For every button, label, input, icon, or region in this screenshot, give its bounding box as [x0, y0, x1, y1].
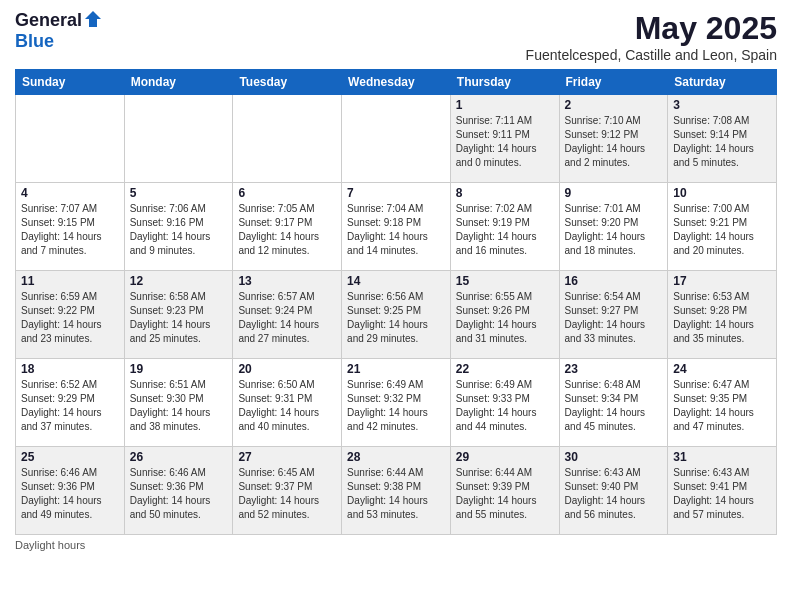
day-number: 12: [130, 274, 228, 288]
calendar-cell: 13Sunrise: 6:57 AM Sunset: 9:24 PM Dayli…: [233, 271, 342, 359]
calendar-cell: 15Sunrise: 6:55 AM Sunset: 9:26 PM Dayli…: [450, 271, 559, 359]
calendar-cell: 4Sunrise: 7:07 AM Sunset: 9:15 PM Daylig…: [16, 183, 125, 271]
calendar-cell: 6Sunrise: 7:05 AM Sunset: 9:17 PM Daylig…: [233, 183, 342, 271]
calendar-cell: 26Sunrise: 6:46 AM Sunset: 9:36 PM Dayli…: [124, 447, 233, 535]
day-number: 28: [347, 450, 445, 464]
calendar-cell: 11Sunrise: 6:59 AM Sunset: 9:22 PM Dayli…: [16, 271, 125, 359]
calendar-cell: 25Sunrise: 6:46 AM Sunset: 9:36 PM Dayli…: [16, 447, 125, 535]
logo-icon: [83, 9, 103, 29]
day-number: 15: [456, 274, 554, 288]
calendar-cell: 14Sunrise: 6:56 AM Sunset: 9:25 PM Dayli…: [342, 271, 451, 359]
calendar-header-thursday: Thursday: [450, 70, 559, 95]
day-number: 23: [565, 362, 663, 376]
day-number: 5: [130, 186, 228, 200]
day-number: 8: [456, 186, 554, 200]
calendar-cell: 12Sunrise: 6:58 AM Sunset: 9:23 PM Dayli…: [124, 271, 233, 359]
calendar-cell: 29Sunrise: 6:44 AM Sunset: 9:39 PM Dayli…: [450, 447, 559, 535]
calendar-header-saturday: Saturday: [668, 70, 777, 95]
calendar-cell: 2Sunrise: 7:10 AM Sunset: 9:12 PM Daylig…: [559, 95, 668, 183]
day-info: Sunrise: 7:06 AM Sunset: 9:16 PM Dayligh…: [130, 202, 228, 258]
day-number: 30: [565, 450, 663, 464]
day-info: Sunrise: 6:47 AM Sunset: 9:35 PM Dayligh…: [673, 378, 771, 434]
day-info: Sunrise: 6:43 AM Sunset: 9:41 PM Dayligh…: [673, 466, 771, 522]
calendar-cell: 24Sunrise: 6:47 AM Sunset: 9:35 PM Dayli…: [668, 359, 777, 447]
day-info: Sunrise: 6:46 AM Sunset: 9:36 PM Dayligh…: [21, 466, 119, 522]
calendar-cell: 16Sunrise: 6:54 AM Sunset: 9:27 PM Dayli…: [559, 271, 668, 359]
calendar-cell: 28Sunrise: 6:44 AM Sunset: 9:38 PM Dayli…: [342, 447, 451, 535]
calendar-cell: 21Sunrise: 6:49 AM Sunset: 9:32 PM Dayli…: [342, 359, 451, 447]
calendar-cell: 1Sunrise: 7:11 AM Sunset: 9:11 PM Daylig…: [450, 95, 559, 183]
day-number: 3: [673, 98, 771, 112]
day-number: 19: [130, 362, 228, 376]
day-number: 7: [347, 186, 445, 200]
day-info: Sunrise: 7:04 AM Sunset: 9:18 PM Dayligh…: [347, 202, 445, 258]
day-number: 14: [347, 274, 445, 288]
day-info: Sunrise: 6:58 AM Sunset: 9:23 PM Dayligh…: [130, 290, 228, 346]
day-number: 10: [673, 186, 771, 200]
calendar-cell: [16, 95, 125, 183]
day-number: 22: [456, 362, 554, 376]
calendar-week-row: 11Sunrise: 6:59 AM Sunset: 9:22 PM Dayli…: [16, 271, 777, 359]
calendar-cell: [342, 95, 451, 183]
day-number: 2: [565, 98, 663, 112]
calendar-header-monday: Monday: [124, 70, 233, 95]
subtitle: Fuentelcesped, Castille and Leon, Spain: [526, 47, 777, 63]
calendar-header-wednesday: Wednesday: [342, 70, 451, 95]
day-info: Sunrise: 6:49 AM Sunset: 9:32 PM Dayligh…: [347, 378, 445, 434]
calendar-table: SundayMondayTuesdayWednesdayThursdayFrid…: [15, 69, 777, 535]
day-info: Sunrise: 6:46 AM Sunset: 9:36 PM Dayligh…: [130, 466, 228, 522]
day-number: 27: [238, 450, 336, 464]
day-number: 9: [565, 186, 663, 200]
logo-general-text: General: [15, 10, 82, 31]
calendar-cell: [233, 95, 342, 183]
day-info: Sunrise: 6:43 AM Sunset: 9:40 PM Dayligh…: [565, 466, 663, 522]
day-info: Sunrise: 6:44 AM Sunset: 9:38 PM Dayligh…: [347, 466, 445, 522]
day-info: Sunrise: 6:44 AM Sunset: 9:39 PM Dayligh…: [456, 466, 554, 522]
calendar-cell: 18Sunrise: 6:52 AM Sunset: 9:29 PM Dayli…: [16, 359, 125, 447]
calendar-cell: [124, 95, 233, 183]
day-number: 24: [673, 362, 771, 376]
page: General Blue May 2025 Fuentelcesped, Cas…: [0, 0, 792, 612]
calendar-cell: 22Sunrise: 6:49 AM Sunset: 9:33 PM Dayli…: [450, 359, 559, 447]
header: General Blue May 2025 Fuentelcesped, Cas…: [15, 10, 777, 63]
day-number: 4: [21, 186, 119, 200]
day-info: Sunrise: 6:53 AM Sunset: 9:28 PM Dayligh…: [673, 290, 771, 346]
day-info: Sunrise: 7:02 AM Sunset: 9:19 PM Dayligh…: [456, 202, 554, 258]
day-info: Sunrise: 7:11 AM Sunset: 9:11 PM Dayligh…: [456, 114, 554, 170]
calendar-week-row: 25Sunrise: 6:46 AM Sunset: 9:36 PM Dayli…: [16, 447, 777, 535]
calendar-cell: 5Sunrise: 7:06 AM Sunset: 9:16 PM Daylig…: [124, 183, 233, 271]
day-number: 25: [21, 450, 119, 464]
day-number: 20: [238, 362, 336, 376]
calendar-header-row: SundayMondayTuesdayWednesdayThursdayFrid…: [16, 70, 777, 95]
main-title: May 2025: [526, 10, 777, 47]
day-number: 18: [21, 362, 119, 376]
day-info: Sunrise: 7:01 AM Sunset: 9:20 PM Dayligh…: [565, 202, 663, 258]
day-info: Sunrise: 6:50 AM Sunset: 9:31 PM Dayligh…: [238, 378, 336, 434]
day-number: 21: [347, 362, 445, 376]
day-number: 16: [565, 274, 663, 288]
logo: General Blue: [15, 10, 103, 52]
day-info: Sunrise: 7:10 AM Sunset: 9:12 PM Dayligh…: [565, 114, 663, 170]
day-number: 6: [238, 186, 336, 200]
title-block: May 2025 Fuentelcesped, Castille and Leo…: [526, 10, 777, 63]
day-number: 17: [673, 274, 771, 288]
calendar-header-sunday: Sunday: [16, 70, 125, 95]
day-info: Sunrise: 6:55 AM Sunset: 9:26 PM Dayligh…: [456, 290, 554, 346]
day-info: Sunrise: 6:51 AM Sunset: 9:30 PM Dayligh…: [130, 378, 228, 434]
day-info: Sunrise: 7:08 AM Sunset: 9:14 PM Dayligh…: [673, 114, 771, 170]
day-info: Sunrise: 6:59 AM Sunset: 9:22 PM Dayligh…: [21, 290, 119, 346]
calendar-cell: 17Sunrise: 6:53 AM Sunset: 9:28 PM Dayli…: [668, 271, 777, 359]
day-info: Sunrise: 6:49 AM Sunset: 9:33 PM Dayligh…: [456, 378, 554, 434]
day-number: 31: [673, 450, 771, 464]
calendar-cell: 19Sunrise: 6:51 AM Sunset: 9:30 PM Dayli…: [124, 359, 233, 447]
day-info: Sunrise: 6:57 AM Sunset: 9:24 PM Dayligh…: [238, 290, 336, 346]
day-number: 29: [456, 450, 554, 464]
day-number: 13: [238, 274, 336, 288]
footer-label: Daylight hours: [15, 539, 777, 551]
day-number: 26: [130, 450, 228, 464]
calendar-cell: 10Sunrise: 7:00 AM Sunset: 9:21 PM Dayli…: [668, 183, 777, 271]
logo-blue-text: Blue: [15, 31, 54, 51]
day-info: Sunrise: 7:00 AM Sunset: 9:21 PM Dayligh…: [673, 202, 771, 258]
calendar-week-row: 18Sunrise: 6:52 AM Sunset: 9:29 PM Dayli…: [16, 359, 777, 447]
day-info: Sunrise: 6:54 AM Sunset: 9:27 PM Dayligh…: [565, 290, 663, 346]
